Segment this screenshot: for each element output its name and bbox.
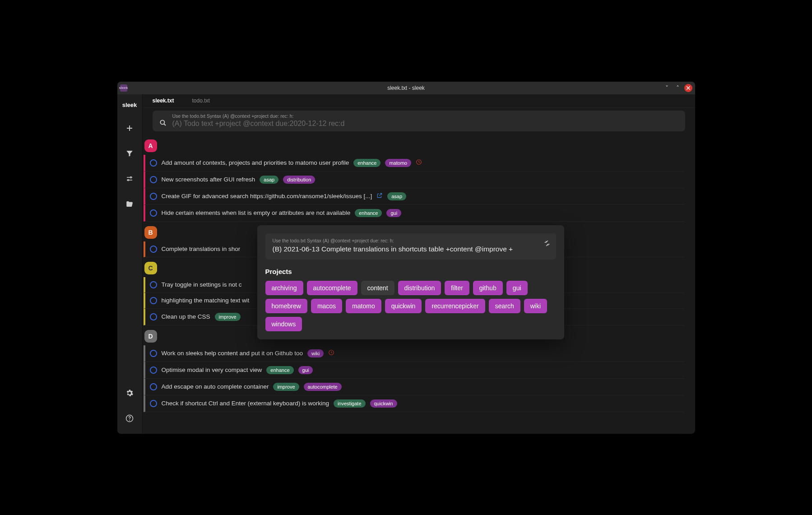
add-button[interactable] (117, 116, 143, 141)
external-link-icon[interactable] (376, 192, 383, 200)
project-chip[interactable]: distribution (398, 281, 441, 295)
todo-row[interactable]: Hide certain elements when list is empty… (144, 205, 685, 222)
due-icon (328, 349, 334, 357)
settings-button[interactable] (117, 380, 143, 406)
todo-tag[interactable]: investigate (334, 399, 366, 408)
filter-button[interactable] (117, 141, 143, 166)
project-chip[interactable]: github (473, 281, 503, 295)
todo-tag[interactable]: gui (298, 366, 313, 374)
complete-checkbox[interactable] (150, 246, 157, 253)
todo-tag[interactable]: distribution (283, 176, 315, 184)
todo-text: Work on sleeks help content and put it o… (162, 350, 303, 357)
sidebar: sleek (117, 94, 143, 434)
project-chip[interactable]: gui (506, 281, 528, 295)
todo-tag[interactable]: improve (215, 313, 241, 321)
project-chip[interactable]: macos (311, 299, 342, 313)
popover-heading: Projects (265, 268, 556, 275)
todo-text: Add amount of contexts, projects and pri… (162, 159, 349, 166)
help-button[interactable] (117, 406, 143, 431)
complete-checkbox[interactable] (150, 367, 157, 374)
project-chips: archivingautocompletecontentdistribution… (265, 281, 556, 331)
todo-tag[interactable]: gui (386, 209, 401, 217)
complete-checkbox[interactable] (150, 209, 157, 217)
priority-badge: B (144, 226, 157, 239)
open-file-button[interactable] (117, 191, 143, 217)
project-chip[interactable]: windows (265, 317, 302, 331)
todo-tag[interactable]: enhance (353, 159, 380, 167)
project-chip[interactable]: content (361, 281, 394, 295)
sliders-icon (125, 175, 134, 183)
complete-checkbox[interactable] (150, 400, 157, 407)
todo-tag[interactable]: enhance (266, 366, 293, 374)
complete-checkbox[interactable] (150, 350, 157, 357)
priority-group: AAdd amount of contexts, projects and pr… (143, 139, 685, 222)
sliders-button[interactable] (117, 166, 143, 191)
edit-popover: Use the todo.txt Syntax (A) @context +pr… (257, 225, 564, 339)
popover-input[interactable]: (B) 2021-06-13 Complete translations in … (273, 245, 538, 253)
project-chip[interactable]: matomo (346, 299, 381, 313)
todo-row[interactable]: Work on sleeks help content and put it o… (144, 345, 685, 362)
todo-text: Clean up the CSS (162, 313, 210, 320)
search-bar[interactable]: Use the todo.txt Syntax (A) @context +pr… (153, 111, 685, 131)
popover-input-card[interactable]: Use the todo.txt Syntax (A) @context +pr… (265, 233, 556, 260)
todo-row[interactable]: Optimise modal in very compact viewenhan… (144, 362, 685, 379)
complete-checkbox[interactable] (150, 281, 157, 288)
todo-tag[interactable]: autocomplete (304, 383, 342, 391)
popover-hint: Use the todo.txt Syntax (A) @context +pr… (273, 238, 538, 243)
project-chip[interactable]: filter (445, 281, 469, 295)
project-chip[interactable]: quickwin (385, 299, 422, 313)
todo-text: Hide certain elements when list is empty… (162, 209, 351, 216)
todo-tag[interactable]: quickwin (370, 399, 397, 408)
todo-text: New screenshots after GUI refresh (162, 176, 255, 183)
project-chip[interactable]: wiki (524, 299, 547, 313)
complete-checkbox[interactable] (150, 297, 157, 304)
svg-point-1 (128, 179, 129, 181)
file-tab[interactable]: sleek.txt (153, 97, 174, 104)
file-tab[interactable]: todo.txt (192, 97, 210, 104)
window-title: sleek.txt - sleek (117, 85, 695, 91)
todo-tag[interactable]: asap (387, 192, 406, 200)
titlebar: sleek sleek.txt - sleek ˅ ˄ ✕ (117, 82, 695, 94)
todo-text: highlighting the matching text wit (162, 297, 250, 304)
todo-row[interactable]: New screenshots after GUI refreshasapdis… (144, 172, 685, 188)
todo-tag[interactable]: matomo (385, 159, 411, 167)
todo-row[interactable]: Create GIF for advanced search https://g… (144, 188, 685, 205)
todo-row[interactable]: Add amount of contexts, projects and pri… (144, 155, 685, 172)
complete-checkbox[interactable] (150, 383, 157, 390)
complete-checkbox[interactable] (150, 176, 157, 183)
project-chip[interactable]: search (489, 299, 520, 313)
search-input[interactable]: (A) Todo text +project @context due:2020… (172, 120, 679, 128)
funnel-icon (125, 149, 134, 158)
complete-checkbox[interactable] (150, 193, 157, 200)
svg-point-3 (129, 419, 130, 420)
complete-checkbox[interactable] (150, 313, 157, 320)
complete-checkbox[interactable] (150, 159, 157, 167)
folder-icon (125, 200, 134, 208)
todo-tag[interactable]: wiki (307, 349, 324, 357)
due-icon (416, 159, 422, 167)
todo-text: Create GIF for advanced search https://g… (162, 193, 372, 200)
todo-row[interactable]: Add escape on auto complete containerimp… (144, 379, 685, 395)
project-chip[interactable]: homebrew (265, 299, 307, 313)
todo-tag[interactable]: enhance (355, 209, 382, 217)
minimize-button[interactable]: ˅ (663, 84, 672, 93)
app-icon: sleek (120, 84, 127, 92)
project-chip[interactable]: recurrencepicker (425, 299, 485, 313)
project-chip[interactable]: autocomplete (307, 281, 357, 295)
todo-tag[interactable]: asap (260, 176, 278, 184)
gear-icon (125, 389, 134, 397)
priority-badge: C (144, 262, 157, 274)
project-chip[interactable]: archiving (265, 281, 303, 295)
close-button[interactable]: ✕ (684, 84, 692, 92)
brand-label: sleek (122, 97, 137, 116)
todo-tag[interactable]: improve (273, 383, 299, 391)
todo-text: Complete translations in shor (162, 246, 241, 252)
file-tabs: sleek.txttodo.txt (143, 94, 695, 108)
priority-badge: A (144, 139, 157, 152)
todo-text: Check if shortcut Ctrl and Enter (extern… (162, 400, 329, 407)
maximize-button[interactable]: ˄ (673, 84, 682, 93)
todo-text: Optimise modal in very compact view (162, 367, 262, 373)
todo-text: Add escape on auto complete container (162, 383, 269, 390)
todo-row[interactable]: Check if shortcut Ctrl and Enter (extern… (144, 395, 685, 412)
collapse-button[interactable] (543, 240, 551, 248)
